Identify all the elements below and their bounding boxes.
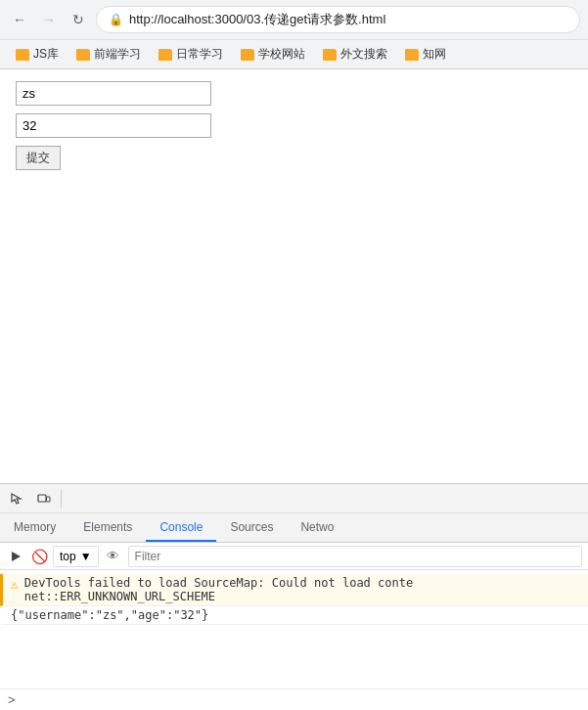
console-log-text: {"username":"zs","age":"32"} (11, 608, 208, 622)
context-selector[interactable]: top ▼ (53, 546, 99, 567)
page-content: 提交 (0, 69, 588, 492)
eye-icon[interactable]: 👁 (103, 546, 124, 567)
tab-console[interactable]: Console (146, 514, 216, 542)
bookmark-foreign-label: 外文搜索 (340, 46, 387, 63)
tab-elements[interactable]: Elements (69, 514, 146, 542)
submit-button[interactable]: 提交 (16, 146, 61, 170)
console-prompt-input[interactable] (22, 693, 580, 707)
nav-bar: ← → ↻ 🔒 http://localhost:3000/03.传递get请求… (0, 0, 588, 39)
bookmark-daily[interactable]: 日常学习 (151, 43, 231, 66)
bookmark-foreign[interactable]: 外文搜索 (315, 43, 395, 66)
prompt-chevron-icon: > (8, 692, 16, 707)
warning-icon: ⚠ (11, 577, 19, 592)
svg-marker-0 (12, 494, 21, 504)
bookmark-school[interactable]: 学校网站 (233, 43, 313, 66)
age-input[interactable] (16, 113, 211, 138)
chevron-down-icon: ▼ (80, 550, 92, 563)
console-log-message: {"username":"zs","age":"32"} (0, 606, 588, 625)
forward-button[interactable]: → (37, 8, 61, 31)
context-label: top (60, 550, 76, 563)
back-button[interactable]: ← (8, 8, 31, 31)
console-warning-text: DevTools failed to load SourceMap: Could… (24, 576, 580, 603)
inspect-element-icon[interactable] (4, 486, 29, 511)
no-entry-icon[interactable]: 🚫 (29, 547, 49, 566)
svg-rect-2 (47, 497, 51, 502)
tab-sources[interactable]: Sources (216, 514, 287, 542)
browser-chrome: ← → ↻ 🔒 http://localhost:3000/03.传递get请求… (0, 0, 588, 69)
reload-button[interactable]: ↻ (67, 8, 90, 31)
url-text: http://localhost:3000/03.传递get请求参数.html (129, 11, 567, 28)
folder-icon (76, 49, 90, 61)
devtools-panel: Memory Elements Console Sources Netwo 🚫 … (0, 483, 588, 710)
folder-icon (16, 49, 29, 61)
devtools-toolbar (0, 484, 588, 513)
toolbar-divider (61, 490, 62, 508)
devtools-tabs: Memory Elements Console Sources Netwo (0, 513, 588, 543)
bookmark-frontend[interactable]: 前端学习 (68, 43, 149, 66)
folder-icon (323, 49, 337, 61)
bookmark-js-label: JS库 (33, 46, 59, 63)
filter-input[interactable] (128, 546, 582, 567)
bookmark-school-label: 学校网站 (258, 46, 305, 63)
tab-network[interactable]: Netwo (287, 514, 347, 542)
device-toolbar-icon[interactable] (31, 486, 57, 511)
address-bar[interactable]: 🔒 http://localhost:3000/03.传递get请求参数.htm… (96, 6, 580, 33)
lock-icon: 🔒 (109, 13, 123, 26)
folder-icon (158, 49, 172, 61)
clear-console-button[interactable] (6, 547, 25, 566)
username-input[interactable] (16, 81, 211, 106)
console-prompt: > (0, 688, 588, 710)
svg-rect-1 (38, 495, 46, 502)
bookmark-frontend-label: 前端学习 (94, 46, 141, 63)
folder-icon (405, 49, 419, 61)
bookmark-zhiwang-label: 知网 (423, 46, 446, 63)
bookmarks-bar: JS库 前端学习 日常学习 学校网站 外文搜索 知网 (0, 39, 588, 68)
svg-marker-3 (12, 552, 21, 561)
console-warning-message: ⚠ DevTools failed to load SourceMap: Cou… (0, 574, 588, 606)
console-toolbar: 🚫 top ▼ 👁 (0, 543, 588, 570)
console-output: ⚠ DevTools failed to load SourceMap: Cou… (0, 570, 588, 688)
bookmark-js[interactable]: JS库 (8, 43, 67, 66)
tab-memory[interactable]: Memory (0, 514, 69, 542)
bookmark-daily-label: 日常学习 (176, 46, 223, 63)
bookmark-zhiwang[interactable]: 知网 (397, 43, 454, 66)
folder-icon (241, 49, 254, 61)
